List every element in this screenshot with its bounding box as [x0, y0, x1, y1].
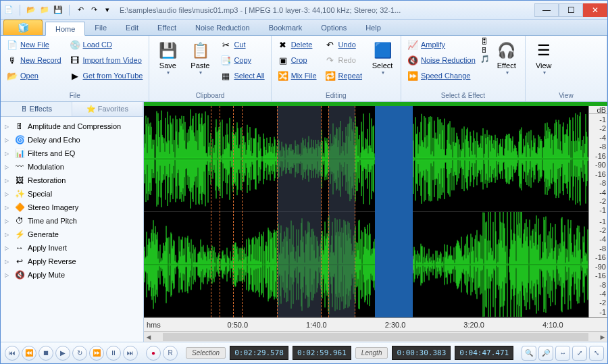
stop-button[interactable]: ⏹ — [39, 346, 53, 361]
tree-node[interactable]: ▷↩Apply Reverse — [2, 255, 142, 268]
mix-file-button[interactable]: 🔀Mix File — [274, 68, 320, 83]
copy-button[interactable]: 📑Copy — [217, 53, 268, 68]
ribbon-tab-edit[interactable]: Edit — [116, 21, 148, 35]
youtube-button[interactable]: ▶Get from YouTube — [66, 68, 147, 83]
scroll-right-icon[interactable]: ► — [598, 333, 607, 341]
tree-node[interactable]: ▷⏱Time and Pitch — [2, 214, 142, 228]
marker-line[interactable] — [220, 106, 220, 317]
new-icon[interactable]: 📄 — [3, 5, 14, 16]
tree-node[interactable]: ▷〰Modulation — [2, 160, 142, 174]
forward-button[interactable]: ⏩ — [89, 346, 104, 361]
ribbon-tab-help[interactable]: Help — [356, 21, 390, 35]
expand-icon[interactable]: ▷ — [5, 191, 11, 197]
minimize-button[interactable]: — — [534, 3, 559, 17]
play-button[interactable]: ▶ — [55, 346, 70, 361]
expand-icon[interactable]: ▷ — [5, 259, 11, 265]
ribbon-tab-noise-reduction[interactable]: Noise Reduction — [186, 21, 259, 35]
tree-node[interactable]: ▷⚡Generate — [2, 228, 142, 241]
import-video-button[interactable]: 🎞Import from Video — [66, 53, 147, 68]
new-record-button[interactable]: 🎙New Record — [3, 53, 65, 68]
expand-icon[interactable]: ▷ — [5, 124, 11, 130]
expand-icon[interactable]: ▷ — [5, 164, 11, 170]
save-button[interactable]: 💾Save — [152, 37, 183, 78]
redo-button[interactable]: ↷Redo — [322, 53, 365, 68]
ribbon-tab-effect[interactable]: Effect — [148, 21, 186, 35]
skip-start-button[interactable]: ⏮ — [5, 346, 20, 361]
ribbon-tab-options[interactable]: Options — [311, 21, 356, 35]
close-button[interactable]: ✕ — [583, 3, 607, 17]
select-button[interactable]: 🟦Select — [367, 37, 398, 78]
cut-button[interactable]: ✂Cut — [217, 37, 268, 52]
selection-region[interactable] — [375, 106, 413, 317]
maximize-button[interactable]: ☐ — [559, 3, 583, 17]
open-button[interactable]: 📂Open — [3, 68, 65, 83]
record-button[interactable]: ● — [146, 346, 161, 361]
selection-region[interactable] — [277, 106, 322, 317]
expand-icon[interactable]: ▷ — [5, 205, 11, 211]
time-ruler[interactable]: hms 0:50.01:40.02:30.03:20.04:10.0 — [144, 317, 607, 331]
view-button[interactable]: ☰View — [528, 37, 559, 78]
pause-button[interactable]: ⏸ — [106, 346, 121, 361]
sidebar-tab-effects[interactable]: 🎚 Effects — [1, 102, 72, 116]
tree-node[interactable]: ▷🔶Stereo Imagery — [2, 201, 142, 214]
redo-icon[interactable]: ↷ — [88, 5, 99, 16]
selection-region[interactable] — [328, 106, 355, 317]
expand-icon[interactable]: ▷ — [5, 245, 11, 251]
tree-node[interactable]: ▷🌀Delay and Echo — [2, 133, 142, 147]
expand-icon[interactable]: ▷ — [5, 272, 11, 278]
tree-node[interactable]: ▷↔Apply Invert — [2, 241, 142, 255]
effect-icon[interactable]: 🎵 — [480, 55, 490, 63]
speed-change-button[interactable]: ⏩Speed Change — [404, 68, 479, 83]
expand-icon[interactable]: ▷ — [5, 218, 11, 224]
select-all-button[interactable]: ▦Select All — [217, 68, 268, 83]
effect-button[interactable]: 🎧Effect — [491, 37, 522, 78]
marker-line[interactable] — [233, 106, 234, 317]
noise-reduction-button[interactable]: 🔇Noise Reduction — [404, 53, 479, 68]
scroll-left-icon[interactable]: ◄ — [144, 333, 153, 341]
tree-node[interactable]: ▷🖼Restoration — [2, 174, 142, 187]
db-tick: -1 — [589, 217, 606, 226]
loop-button[interactable]: ↻ — [72, 346, 87, 361]
repeat-button[interactable]: 🔁Repeat — [322, 68, 365, 83]
expand-icon[interactable]: ▷ — [5, 178, 11, 184]
expand-icon[interactable]: ▷ — [5, 137, 11, 143]
app-button[interactable]: 🧊 — [3, 20, 43, 35]
paste-button[interactable]: 📋Paste — [184, 37, 216, 78]
horizontal-scrollbar[interactable]: ◄ ► — [144, 331, 607, 342]
zoom-in-button[interactable]: 🔍 — [522, 346, 536, 361]
open-icon[interactable]: 📂 — [26, 5, 36, 16]
sidebar-tab-favorites[interactable]: ⭐ Favorites — [72, 102, 144, 116]
undo-button[interactable]: ↶Undo — [322, 37, 365, 52]
delete-button[interactable]: ✖Delete — [274, 37, 320, 52]
zoom-full-button[interactable]: ⤡ — [589, 346, 604, 361]
record-mode-button[interactable]: R — [163, 346, 178, 361]
expand-icon[interactable]: ▷ — [5, 151, 11, 157]
save-icon[interactable]: 💾 — [53, 5, 64, 16]
effect-icon[interactable]: 🎚 — [480, 46, 490, 54]
tree-node[interactable]: ▷✨Special — [2, 187, 142, 201]
ribbon-tab-bookmark[interactable]: Bookmark — [259, 21, 312, 35]
zoom-out-button[interactable]: 🔎 — [538, 346, 553, 361]
load-cd-button[interactable]: 💿Load CD — [66, 37, 147, 52]
zoom-selection-button[interactable]: ↔ — [555, 346, 570, 361]
amplify-button[interactable]: 📈Amplify — [404, 37, 479, 52]
tree-node[interactable]: ▷🔇Apply Mute — [2, 268, 142, 282]
expand-icon[interactable]: ▷ — [5, 232, 11, 238]
rewind-button[interactable]: ⏪ — [22, 346, 36, 361]
marker-line[interactable] — [242, 106, 243, 317]
scroll-track[interactable] — [163, 333, 588, 341]
zoom-fit-button[interactable]: ⤢ — [572, 346, 587, 361]
tree-node[interactable]: ▷📊Filters and EQ — [2, 147, 142, 160]
tree-node[interactable]: ▷🎚Amplitude and Compression — [2, 120, 142, 133]
dropdown-icon[interactable]: ▾ — [102, 5, 113, 16]
new-file-button[interactable]: 📄New File — [3, 37, 65, 52]
undo-icon[interactable]: ↶ — [75, 5, 86, 16]
effect-icon[interactable]: 🎛 — [480, 37, 490, 45]
ribbon-tab-home[interactable]: Home — [45, 22, 85, 36]
marker-line[interactable] — [211, 106, 211, 317]
ribbon-tab-file[interactable]: File — [85, 21, 116, 35]
crop-button[interactable]: ▣Crop — [274, 53, 320, 68]
open-icon[interactable]: 📁 — [39, 5, 50, 16]
skip-end-button[interactable]: ⏭ — [123, 346, 138, 361]
waveform-tracks[interactable] — [144, 106, 588, 317]
